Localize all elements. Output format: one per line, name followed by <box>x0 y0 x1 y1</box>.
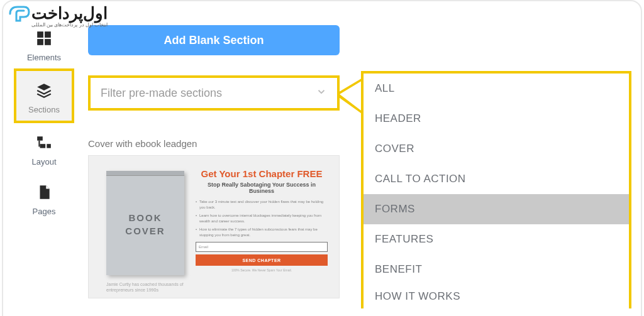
sidebar-item-layout[interactable]: Layout <box>14 123 74 173</box>
dd-item-features[interactable]: FEATURES <box>364 224 629 254</box>
filter-placeholder: Filter pre-made sections <box>101 87 222 100</box>
brand-glyph-icon <box>9 6 30 22</box>
promo-bullets: Take our 3 minute test and discover your… <box>196 199 328 238</box>
sidebar-item-label: Layout <box>14 157 74 166</box>
brand-logo: اول‌پرداخت انتخاب اول در پرداخت‌های بین … <box>9 4 108 28</box>
sidebar-item-sections[interactable]: Sections <box>14 68 74 123</box>
secure-note: 100% Secure. We Never Spam Your Email. <box>196 268 328 272</box>
section-preview-card[interactable]: BOOKCOVER Get Your 1st Chapter FREE Stop… <box>88 155 340 298</box>
brand-name: اول‌پرداخت <box>31 4 108 23</box>
section-card-title: Cover with ebook leadgen <box>88 138 340 149</box>
svg-rect-3 <box>45 39 51 45</box>
grid-icon <box>14 30 74 49</box>
coach-caption: Jamie Curtly has coached thousands ofent… <box>106 281 184 293</box>
dd-item-cover[interactable]: COVER <box>364 134 629 164</box>
filter-sections-dropdown[interactable]: Filter pre-made sections <box>88 75 340 111</box>
add-blank-section-button[interactable]: Add Blank Section <box>88 25 340 55</box>
sidebar-item-label: Pages <box>14 207 74 216</box>
main-panel: Add Blank Section Filter pre-made sectio… <box>88 25 340 298</box>
svg-rect-1 <box>45 31 51 38</box>
layout-tree-icon <box>14 134 74 153</box>
brand-tagline: انتخاب اول در پرداخت‌های بین المللی <box>9 22 108 28</box>
promo-headline: Get Your 1st Chapter FREE <box>196 168 328 179</box>
dd-item-benefit[interactable]: BENEFIT <box>364 254 629 285</box>
sidebar-item-pages[interactable]: Pages <box>14 173 74 222</box>
sidebar: Elements Sections Layout Pages <box>14 19 74 222</box>
svg-rect-5 <box>40 144 46 148</box>
svg-rect-0 <box>37 31 43 38</box>
layers-icon <box>16 82 72 101</box>
page-icon <box>14 184 74 203</box>
chevron-down-icon <box>316 86 327 100</box>
dd-item-all[interactable]: ALL <box>364 74 629 104</box>
email-input-preview: Email <box>196 242 328 252</box>
dd-item-header[interactable]: HEADER <box>364 104 629 134</box>
book-cover-graphic: BOOKCOVER <box>106 171 184 275</box>
promo-block: Get Your 1st Chapter FREE Stop Really Sa… <box>196 168 328 272</box>
dd-item-cta[interactable]: CALL TO ACTION <box>364 164 629 194</box>
svg-rect-6 <box>47 144 51 148</box>
svg-rect-4 <box>37 136 43 141</box>
filter-dropdown-menu: ALL HEADER COVER CALL TO ACTION FORMS FE… <box>361 71 631 308</box>
dd-item-howitworks[interactable]: HOW IT WORKS <box>364 285 629 308</box>
sidebar-item-label: Sections <box>16 105 72 114</box>
sidebar-item-label: Elements <box>14 53 74 62</box>
svg-rect-2 <box>37 39 43 45</box>
send-chapter-button-preview: SEND CHAPTER <box>196 254 328 266</box>
dd-item-forms[interactable]: FORMS <box>364 194 629 224</box>
promo-subhead: Stop Really Sabotaging Your Success in B… <box>196 182 328 194</box>
